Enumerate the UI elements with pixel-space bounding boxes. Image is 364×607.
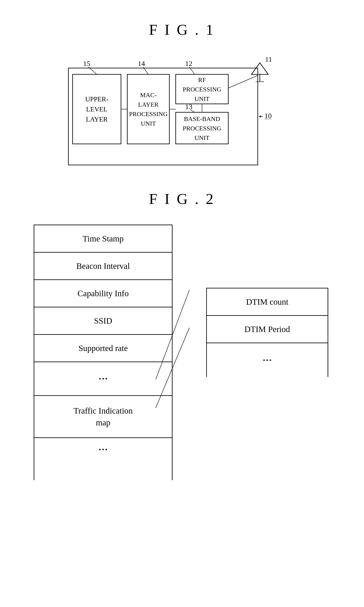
svg-marker-9 — [251, 63, 268, 74]
svg-text:13: 13 — [185, 103, 192, 110]
beacon-row-timestamp: Time Stamp — [34, 225, 172, 253]
upper-layer-label: UPPER-LEVELLAYER — [73, 74, 121, 144]
tim-dots: ··· — [207, 343, 328, 377]
svg-line-16 — [143, 67, 148, 74]
baseband-unit-label: BASE-BANDPROCESSINGUNIT — [176, 112, 228, 144]
beacon-row-beacon-interval: Beacon Interval — [34, 253, 172, 280]
svg-text:11: 11 — [265, 55, 272, 63]
page: F I G . 1 — [0, 0, 364, 607]
beacon-row-ssid: SSID — [34, 307, 172, 335]
tim-row-dtim-period: DTIM Period — [207, 316, 328, 343]
fig1-diagram: 11 15 14 12 13 10 — [56, 51, 308, 169]
beacon-dots-2: ··· — [34, 438, 172, 480]
svg-line-18 — [189, 67, 195, 74]
beacon-dots-1: ··· — [34, 362, 172, 396]
mac-layer-label: MAC-LAYERPROCESSINGUNIT — [127, 74, 169, 144]
svg-text:10: 10 — [264, 112, 272, 120]
svg-text:15: 15 — [83, 60, 90, 68]
svg-marker-22 — [259, 115, 261, 118]
svg-line-14 — [88, 67, 97, 74]
tim-table: DTIM count DTIM Period ··· — [206, 288, 328, 377]
beacon-row-tim: Traffic Indicationmap — [34, 396, 172, 438]
svg-text:12: 12 — [185, 60, 192, 68]
beacon-row-capability: Capability Info — [34, 280, 172, 307]
svg-text:14: 14 — [138, 60, 145, 68]
fig1-title: F I G . 1 — [17, 21, 347, 39]
fig1-container: 11 15 14 12 13 10 — [17, 51, 347, 169]
fig2-container: Time Stamp Beacon Interval Capability In… — [17, 225, 347, 480]
rf-unit-label: RFPROCESSINGUNIT — [176, 74, 228, 104]
tim-row-dtim-count: DTIM count — [207, 289, 328, 316]
fig2-title: F I G . 2 — [17, 190, 347, 208]
svg-line-8 — [228, 75, 258, 88]
svg-line-20 — [190, 110, 195, 112]
beacon-row-supported-rate: Supported rate — [34, 335, 172, 362]
beacon-table: Time Stamp Beacon Interval Capability In… — [34, 225, 172, 480]
